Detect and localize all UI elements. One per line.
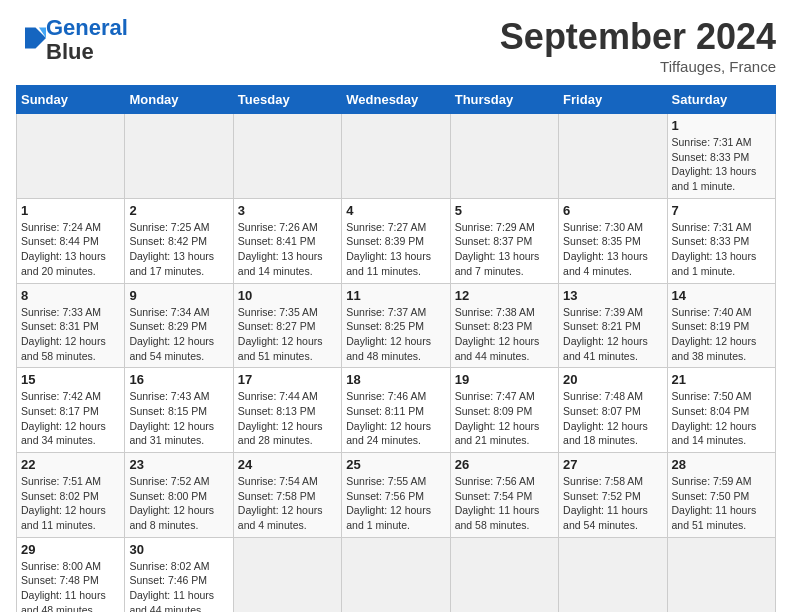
calendar-week-row: 15Sunrise: 7:42 AMSunset: 8:17 PMDayligh… xyxy=(17,368,776,453)
calendar-day-cell: 21Sunrise: 7:50 AMSunset: 8:04 PMDayligh… xyxy=(667,368,775,453)
calendar-day-cell: 20Sunrise: 7:48 AMSunset: 8:07 PMDayligh… xyxy=(559,368,667,453)
logo-icon xyxy=(18,24,46,52)
calendar-day-cell: 16Sunrise: 7:43 AMSunset: 8:15 PMDayligh… xyxy=(125,368,233,453)
day-number: 24 xyxy=(238,457,337,472)
day-number: 13 xyxy=(563,288,662,303)
day-number: 15 xyxy=(21,372,120,387)
day-number: 4 xyxy=(346,203,445,218)
calendar-day-cell: 2Sunrise: 7:25 AMSunset: 8:42 PMDaylight… xyxy=(125,198,233,283)
day-info: Sunrise: 7:30 AMSunset: 8:35 PMDaylight:… xyxy=(563,220,662,279)
day-number: 3 xyxy=(238,203,337,218)
day-info: Sunrise: 7:29 AMSunset: 8:37 PMDaylight:… xyxy=(455,220,554,279)
day-info: Sunrise: 7:58 AMSunset: 7:52 PMDaylight:… xyxy=(563,474,662,533)
calendar-header-row: SundayMondayTuesdayWednesdayThursdayFrid… xyxy=(17,86,776,114)
calendar-day-cell: 6Sunrise: 7:30 AMSunset: 8:35 PMDaylight… xyxy=(559,198,667,283)
day-number: 21 xyxy=(672,372,771,387)
day-number: 8 xyxy=(21,288,120,303)
day-number: 23 xyxy=(129,457,228,472)
day-of-week-header: Wednesday xyxy=(342,86,450,114)
day-info: Sunrise: 7:33 AMSunset: 8:31 PMDaylight:… xyxy=(21,305,120,364)
day-of-week-header: Friday xyxy=(559,86,667,114)
day-number: 22 xyxy=(21,457,120,472)
day-number: 14 xyxy=(672,288,771,303)
day-info: Sunrise: 7:34 AMSunset: 8:29 PMDaylight:… xyxy=(129,305,228,364)
page-header: GeneralBlue September 2024 Tiffauges, Fr… xyxy=(16,16,776,75)
calendar-day-cell: 23Sunrise: 7:52 AMSunset: 8:00 PMDayligh… xyxy=(125,453,233,538)
calendar-day-cell xyxy=(17,114,125,199)
calendar-day-cell: 1Sunrise: 7:24 AMSunset: 8:44 PMDaylight… xyxy=(17,198,125,283)
calendar-table: SundayMondayTuesdayWednesdayThursdayFrid… xyxy=(16,85,776,612)
day-number: 30 xyxy=(129,542,228,557)
day-number: 10 xyxy=(238,288,337,303)
day-info: Sunrise: 7:44 AMSunset: 8:13 PMDaylight:… xyxy=(238,389,337,448)
calendar-day-cell: 18Sunrise: 7:46 AMSunset: 8:11 PMDayligh… xyxy=(342,368,450,453)
calendar-day-cell: 13Sunrise: 7:39 AMSunset: 8:21 PMDayligh… xyxy=(559,283,667,368)
day-number: 20 xyxy=(563,372,662,387)
calendar-day-cell: 3Sunrise: 7:26 AMSunset: 8:41 PMDaylight… xyxy=(233,198,341,283)
day-info: Sunrise: 7:56 AMSunset: 7:54 PMDaylight:… xyxy=(455,474,554,533)
day-info: Sunrise: 7:50 AMSunset: 8:04 PMDaylight:… xyxy=(672,389,771,448)
calendar-day-cell: 14Sunrise: 7:40 AMSunset: 8:19 PMDayligh… xyxy=(667,283,775,368)
calendar-day-cell xyxy=(559,114,667,199)
day-info: Sunrise: 7:47 AMSunset: 8:09 PMDaylight:… xyxy=(455,389,554,448)
calendar-day-cell xyxy=(342,114,450,199)
calendar-day-cell: 29Sunrise: 8:00 AMSunset: 7:48 PMDayligh… xyxy=(17,537,125,612)
calendar-week-row: 29Sunrise: 8:00 AMSunset: 7:48 PMDayligh… xyxy=(17,537,776,612)
logo-text: GeneralBlue xyxy=(46,16,128,64)
location: Tiffauges, France xyxy=(500,58,776,75)
day-number: 1 xyxy=(672,118,771,133)
calendar-day-cell xyxy=(342,537,450,612)
day-number: 6 xyxy=(563,203,662,218)
calendar-day-cell: 26Sunrise: 7:56 AMSunset: 7:54 PMDayligh… xyxy=(450,453,558,538)
calendar-day-cell: 10Sunrise: 7:35 AMSunset: 8:27 PMDayligh… xyxy=(233,283,341,368)
calendar-week-row: 8Sunrise: 7:33 AMSunset: 8:31 PMDaylight… xyxy=(17,283,776,368)
day-number: 26 xyxy=(455,457,554,472)
day-number: 16 xyxy=(129,372,228,387)
calendar-day-cell xyxy=(450,114,558,199)
month-title: September 2024 xyxy=(500,16,776,58)
calendar-day-cell: 24Sunrise: 7:54 AMSunset: 7:58 PMDayligh… xyxy=(233,453,341,538)
day-info: Sunrise: 7:48 AMSunset: 8:07 PMDaylight:… xyxy=(563,389,662,448)
day-info: Sunrise: 7:51 AMSunset: 8:02 PMDaylight:… xyxy=(21,474,120,533)
day-number: 2 xyxy=(129,203,228,218)
day-info: Sunrise: 7:26 AMSunset: 8:41 PMDaylight:… xyxy=(238,220,337,279)
day-number: 18 xyxy=(346,372,445,387)
day-info: Sunrise: 7:37 AMSunset: 8:25 PMDaylight:… xyxy=(346,305,445,364)
day-number: 5 xyxy=(455,203,554,218)
day-number: 19 xyxy=(455,372,554,387)
day-info: Sunrise: 7:55 AMSunset: 7:56 PMDaylight:… xyxy=(346,474,445,533)
day-info: Sunrise: 7:31 AMSunset: 8:33 PMDaylight:… xyxy=(672,135,771,194)
calendar-day-cell: 28Sunrise: 7:59 AMSunset: 7:50 PMDayligh… xyxy=(667,453,775,538)
day-info: Sunrise: 8:02 AMSunset: 7:46 PMDaylight:… xyxy=(129,559,228,612)
calendar-day-cell: 22Sunrise: 7:51 AMSunset: 8:02 PMDayligh… xyxy=(17,453,125,538)
calendar-day-cell: 4Sunrise: 7:27 AMSunset: 8:39 PMDaylight… xyxy=(342,198,450,283)
day-number: 1 xyxy=(21,203,120,218)
day-of-week-header: Tuesday xyxy=(233,86,341,114)
day-info: Sunrise: 7:40 AMSunset: 8:19 PMDaylight:… xyxy=(672,305,771,364)
day-number: 29 xyxy=(21,542,120,557)
day-of-week-header: Saturday xyxy=(667,86,775,114)
calendar-week-row: 1Sunrise: 7:24 AMSunset: 8:44 PMDaylight… xyxy=(17,198,776,283)
day-number: 9 xyxy=(129,288,228,303)
calendar-day-cell: 12Sunrise: 7:38 AMSunset: 8:23 PMDayligh… xyxy=(450,283,558,368)
calendar-day-cell: 17Sunrise: 7:44 AMSunset: 8:13 PMDayligh… xyxy=(233,368,341,453)
day-info: Sunrise: 8:00 AMSunset: 7:48 PMDaylight:… xyxy=(21,559,120,612)
day-info: Sunrise: 7:52 AMSunset: 8:00 PMDaylight:… xyxy=(129,474,228,533)
calendar-day-cell: 30Sunrise: 8:02 AMSunset: 7:46 PMDayligh… xyxy=(125,537,233,612)
calendar-week-row: 1Sunrise: 7:31 AMSunset: 8:33 PMDaylight… xyxy=(17,114,776,199)
calendar-day-cell: 11Sunrise: 7:37 AMSunset: 8:25 PMDayligh… xyxy=(342,283,450,368)
day-info: Sunrise: 7:42 AMSunset: 8:17 PMDaylight:… xyxy=(21,389,120,448)
day-number: 25 xyxy=(346,457,445,472)
day-number: 28 xyxy=(672,457,771,472)
day-info: Sunrise: 7:43 AMSunset: 8:15 PMDaylight:… xyxy=(129,389,228,448)
calendar-day-cell: 19Sunrise: 7:47 AMSunset: 8:09 PMDayligh… xyxy=(450,368,558,453)
day-info: Sunrise: 7:59 AMSunset: 7:50 PMDaylight:… xyxy=(672,474,771,533)
calendar-day-cell: 1Sunrise: 7:31 AMSunset: 8:33 PMDaylight… xyxy=(667,114,775,199)
calendar-day-cell xyxy=(667,537,775,612)
day-number: 7 xyxy=(672,203,771,218)
day-number: 17 xyxy=(238,372,337,387)
day-of-week-header: Monday xyxy=(125,86,233,114)
calendar-day-cell xyxy=(233,114,341,199)
day-info: Sunrise: 7:24 AMSunset: 8:44 PMDaylight:… xyxy=(21,220,120,279)
calendar-day-cell: 5Sunrise: 7:29 AMSunset: 8:37 PMDaylight… xyxy=(450,198,558,283)
